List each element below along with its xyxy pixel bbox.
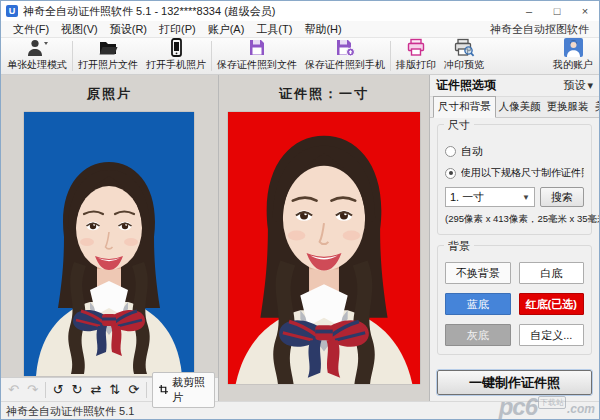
redo-icon[interactable]: ↷	[23, 379, 42, 401]
my-account-button[interactable]: 我的账户	[549, 38, 597, 74]
spec-size-label: 使用以下规格尺寸制作证件照:	[461, 166, 584, 180]
menu-preset[interactable]: 预设(R)	[104, 22, 153, 37]
app-window: U 神奇全自动证件照软件 5.1 - 132****8334 (超级会员) – …	[0, 0, 600, 420]
save-to-file-button[interactable]: 保存证件照到文件	[213, 38, 301, 74]
print-preview-icon	[454, 38, 475, 57]
close-button[interactable]: ×	[571, 1, 599, 21]
menu-account[interactable]: 账户(A)	[202, 22, 251, 37]
tab-size-background[interactable]: 尺寸和背景	[433, 96, 496, 118]
printer-icon	[406, 38, 426, 57]
bg-gray-button[interactable]: 灰底	[445, 324, 511, 346]
photo-edit-toolbar: ↶ ↷ ↺ ↻ ⇄ ⇅ ⟳ 裁剪照片	[1, 377, 218, 401]
print-preview-label: 冲印预览	[444, 58, 484, 72]
my-account-label: 我的账户	[553, 58, 593, 72]
phone-icon	[166, 38, 186, 57]
crop-photo-button[interactable]: 裁剪照片	[152, 372, 215, 408]
save-to-phone-button[interactable]: 保存证件照到手机	[301, 38, 389, 74]
preset-dropdown[interactable]: 预设 ▾	[563, 78, 593, 93]
open-photo-label: 打开照片文件	[78, 58, 138, 72]
main-area: 原照片 ↶ ↷ ↺ ↻ ⇄ ⇅ ⟳ 裁剪照片	[1, 75, 599, 401]
search-spec-button[interactable]: 搜索	[540, 187, 584, 207]
layout-print-label: 排版打印	[396, 58, 436, 72]
menu-tools[interactable]: 工具(T)	[250, 22, 298, 37]
single-mode-button[interactable]: 单张处理模式	[3, 38, 71, 74]
minimize-button[interactable]: –	[515, 1, 543, 21]
original-photo-title: 原照片	[1, 75, 218, 112]
tab-filters[interactable]: 美化滤镜	[592, 97, 600, 117]
crop-photo-label: 裁剪照片	[172, 375, 208, 405]
menu-file[interactable]: 文件(F)	[7, 22, 55, 37]
menu-bar: 文件(F) 视图(V) 预设(R) 打印(P) 账户(A) 工具(T) 帮助(H…	[1, 21, 599, 38]
save-to-phone-label: 保存证件照到手机	[305, 58, 385, 72]
save-file-icon	[247, 38, 267, 57]
background-group-title: 背景	[444, 239, 474, 254]
status-text: 神奇全自动证件照软件 5.1	[6, 404, 134, 419]
avatar	[564, 38, 583, 57]
auto-size-label: 自动	[461, 144, 483, 159]
status-bar: 神奇全自动证件照软件 5.1	[1, 401, 599, 420]
bg-white-button[interactable]: 白底	[519, 262, 585, 284]
auto-size-radio[interactable]	[445, 146, 456, 157]
tab-beautify-face[interactable]: 人像美颜	[496, 97, 544, 117]
save-phone-icon	[335, 38, 356, 57]
bg-custom-button[interactable]: 自定义...	[519, 324, 585, 346]
print-preview-button[interactable]: 冲印预览	[440, 38, 488, 74]
menu-help[interactable]: 帮助(H)	[298, 22, 347, 37]
auto-size-option[interactable]: 自动	[445, 144, 584, 159]
tab-change-clothes[interactable]: 更换服装	[544, 97, 592, 117]
bg-red-button[interactable]: 红底(已选)	[519, 293, 585, 315]
folder-open-icon	[98, 38, 118, 57]
open-phone-photo-button[interactable]: 打开手机照片	[142, 38, 210, 74]
rotate-free-icon[interactable]: ⟳	[124, 379, 143, 401]
window-title: 神奇全自动证件照软件 5.1 - 132****8334 (超级会员)	[23, 4, 515, 19]
single-mode-icon	[25, 38, 49, 57]
flip-horizontal-icon[interactable]: ⇄	[86, 379, 105, 401]
bg-keep-button[interactable]: 不换背景	[445, 262, 511, 284]
spec-size-option[interactable]: 使用以下规格尺寸制作证件照:	[445, 166, 584, 180]
id-photo-panel: 证件照：一寸	[219, 75, 430, 401]
maximize-button[interactable]: □	[543, 1, 571, 21]
original-photo-panel: 原照片 ↶ ↷ ↺ ↻ ⇄ ⇅ ⟳ 裁剪照片	[1, 75, 219, 401]
size-group-title: 尺寸	[444, 118, 474, 133]
menu-view[interactable]: 视图(V)	[55, 22, 104, 37]
size-dimensions-text: (295像素 x 413像素，25毫米 x 35毫米)	[445, 213, 584, 226]
rotate-left-icon[interactable]: ↺	[49, 379, 68, 401]
id-photo-preview	[228, 112, 420, 384]
background-group: 背景 不换背景 白底 蓝底 红底(已选) 灰底 自定义...	[437, 245, 592, 355]
options-panel-title: 证件照选项	[436, 77, 496, 94]
app-icon: U	[6, 5, 18, 17]
size-spec-select[interactable]: 1. 一寸 ▼	[445, 187, 535, 207]
bg-blue-button[interactable]: 蓝底	[445, 293, 511, 315]
single-mode-label: 单张处理模式	[7, 58, 67, 72]
undo-icon[interactable]: ↶	[4, 379, 23, 401]
original-photo-canvas[interactable]	[24, 112, 194, 376]
preset-label: 预设	[563, 78, 585, 93]
crop-icon	[159, 384, 168, 395]
size-spec-value: 1. 一寸	[450, 190, 484, 205]
chevron-down-icon: ▼	[522, 193, 530, 202]
flip-vertical-icon[interactable]: ⇅	[105, 379, 124, 401]
id-photo-title: 证件照：一寸	[219, 75, 429, 112]
main-toolbar: 单张处理模式 打开照片文件 打开手机照片 保存证件照到文件 保存证件	[1, 38, 599, 75]
rotate-right-icon[interactable]: ↻	[68, 379, 87, 401]
size-group: 尺寸 自动 使用以下规格尺寸制作证件照: 1. 一寸 ▼	[437, 124, 592, 235]
open-photo-button[interactable]: 打开照片文件	[74, 38, 142, 74]
chevron-down-icon: ▾	[587, 79, 593, 92]
save-to-file-label: 保存证件照到文件	[217, 58, 297, 72]
layout-print-button[interactable]: 排版打印	[392, 38, 440, 74]
make-id-photo-button[interactable]: 一键制作证件照	[437, 370, 592, 395]
spec-size-radio[interactable]	[445, 168, 456, 179]
options-tabs: 尺寸和背景 人像美颜 更换服装 美化滤镜	[430, 97, 599, 118]
open-phone-photo-label: 打开手机照片	[146, 58, 206, 72]
cutout-software-link[interactable]: 神奇全自动抠图软件	[486, 22, 593, 37]
title-bar: U 神奇全自动证件照软件 5.1 - 132****8334 (超级会员) – …	[1, 1, 599, 21]
id-photo-options-panel: 证件照选项 预设 ▾ 尺寸和背景 人像美颜 更换服装 美化滤镜 尺寸 自动	[430, 75, 599, 401]
menu-print[interactable]: 打印(P)	[153, 22, 202, 37]
